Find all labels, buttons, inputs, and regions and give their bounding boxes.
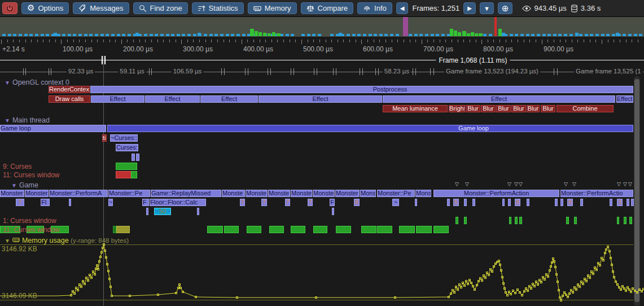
- memory-button[interactable]: Memory: [248, 2, 297, 14]
- frame-separator-label[interactable]: 92.33 µs: [67, 68, 95, 75]
- find-zone-button[interactable]: Find zone: [133, 2, 188, 14]
- zone-bar[interactable]: [580, 199, 583, 206]
- zone-bar[interactable]: [631, 199, 634, 206]
- zone-bar[interactable]: [399, 226, 415, 233]
- zone-bar[interactable]: Monster: [313, 190, 335, 197]
- zone-bar[interactable]: Effect: [91, 95, 144, 103]
- zone-bar[interactable]: [555, 199, 558, 206]
- zone-bar[interactable]: Draw calls: [49, 95, 90, 103]
- zone-bar[interactable]: [627, 199, 629, 206]
- zone-bar[interactable]: Mean luminance: [383, 105, 448, 112]
- zone-bar[interactable]: Blur: [527, 105, 540, 112]
- zone-bar[interactable]: [377, 226, 392, 233]
- zone-bar[interactable]: Monste: [246, 190, 268, 197]
- frame-separator-label[interactable]: Game frame 13,523 (194.23 µs): [444, 68, 540, 75]
- zone-bar[interactable]: [515, 217, 518, 224]
- message-marker-icon[interactable]: ▽: [628, 182, 632, 187]
- collapse-triangle-icon[interactable]: ▼: [5, 80, 10, 86]
- zone-bar[interactable]: 8: [515, 199, 520, 206]
- zone-bar[interactable]: [116, 171, 132, 178]
- zone-bar[interactable]: [617, 217, 619, 224]
- zone-bar[interactable]: Effect: [259, 95, 382, 103]
- zone-bar[interactable]: ti: [102, 134, 107, 142]
- message-marker-icon[interactable]: ▽: [572, 182, 576, 187]
- zone-bar[interactable]: Blur: [541, 105, 555, 112]
- zone-bar[interactable]: Fl: [41, 199, 50, 206]
- message-marker-icon[interactable]: ▽: [507, 182, 511, 187]
- zone-bar[interactable]: Blur: [511, 105, 526, 112]
- zone-bar[interactable]: Blur: [496, 105, 511, 112]
- zone-bar[interactable]: [247, 226, 261, 233]
- zone-bar[interactable]: [416, 226, 432, 233]
- zone-bar[interactable]: [415, 199, 417, 206]
- zone-bar[interactable]: Effect: [145, 95, 200, 103]
- zone-bar[interactable]: F: [330, 199, 335, 206]
- message-marker-icon[interactable]: ▽: [514, 182, 518, 187]
- zone-bar[interactable]: Effect: [200, 95, 258, 103]
- zone-bar[interactable]: Mons: [415, 190, 431, 197]
- statistics-button[interactable]: Statistics: [192, 2, 244, 14]
- zone-bar[interactable]: Mons: [360, 190, 376, 197]
- frame-separator-label[interactable]: 59.11 µs: [118, 68, 146, 75]
- zone-bar[interactable]: 7: [308, 199, 313, 206]
- zone-bar[interactable]: ~: [392, 199, 399, 206]
- zone-bar[interactable]: [447, 199, 450, 206]
- zone-bar[interactable]: [629, 217, 632, 224]
- zone-bar[interactable]: ~Curses::: [110, 134, 138, 142]
- zone-bar[interactable]: Game::ReplayMissed: [151, 190, 221, 197]
- zone-bar[interactable]: [433, 226, 449, 233]
- zone-bar[interactable]: Monste: [268, 190, 290, 197]
- collapse-triangle-icon[interactable]: ▼: [11, 182, 17, 189]
- zone-bar[interactable]: [361, 226, 376, 233]
- zone-bar[interactable]: [519, 217, 522, 224]
- zone-bar[interactable]: [224, 226, 239, 233]
- options-button[interactable]: ⚙Options: [21, 2, 69, 14]
- power-button[interactable]: [2, 2, 17, 14]
- zone-bar[interactable]: Monster::Pe: [25, 190, 49, 197]
- zone-bar[interactable]: 7: [261, 199, 267, 206]
- frame-time-graph[interactable]: [0, 17, 644, 37]
- zone-bar[interactable]: [508, 199, 511, 206]
- zone-bar[interactable]: [136, 154, 139, 161]
- section-header-game[interactable]: ▼Game: [11, 181, 38, 189]
- zone-bar[interactable]: [336, 226, 351, 233]
- message-marker-icon[interactable]: ▽: [564, 182, 568, 187]
- zone-bar[interactable]: [332, 208, 334, 215]
- zone-bar[interactable]: [455, 217, 458, 224]
- zone-bar[interactable]: 8: [567, 199, 573, 206]
- zone-bar[interactable]: [197, 208, 199, 215]
- zone-bar[interactable]: [132, 154, 135, 161]
- zone-bar[interactable]: [574, 217, 577, 224]
- frame-range-handle[interactable]: [102, 56, 103, 64]
- zone-bar[interactable]: Monster::PerformAction: [433, 190, 559, 197]
- zone-bar[interactable]: Curses:: [116, 144, 138, 151]
- section-header-opengl[interactable]: ▼OpenGL context 0: [5, 78, 69, 86]
- zone-bar[interactable]: Blur: [481, 105, 496, 112]
- zone-bar[interactable]: [566, 217, 569, 224]
- zone-bar[interactable]: ~: [108, 199, 113, 206]
- zone-bar[interactable]: 7: [285, 199, 290, 206]
- zone-bar[interactable]: 8: [354, 199, 360, 206]
- zone-bar[interactable]: 7: [16, 199, 24, 206]
- message-marker-icon[interactable]: ▽: [455, 182, 459, 187]
- frame-range-handle[interactable]: [104, 56, 106, 64]
- zone-bar[interactable]: Monster::PerformA: [49, 190, 108, 197]
- zone-bar[interactable]: [116, 226, 130, 233]
- zone-bar[interactable]: [131, 171, 137, 178]
- zone-bar[interactable]: Monster: [335, 190, 360, 197]
- zone-bar[interactable]: [509, 217, 511, 224]
- zone-bar[interactable]: 5: [453, 199, 459, 206]
- zone-bar[interactable]: Monster::Pe: [108, 190, 150, 197]
- zone-bar[interactable]: [472, 199, 475, 206]
- zone-bar[interactable]: Game loop: [107, 125, 633, 132]
- zone-bar[interactable]: [116, 163, 137, 170]
- current-frame-label[interactable]: Frame 1,068 (1.11 ms): [436, 56, 510, 64]
- zone-bar[interactable]: Monste: [222, 190, 245, 197]
- zone-bar[interactable]: Monste: [291, 190, 312, 197]
- zone-bar[interactable]: F: [142, 199, 149, 206]
- next-frame-button[interactable]: ▶: [463, 2, 476, 14]
- goto-frame-button[interactable]: ▼: [480, 2, 494, 14]
- message-marker-icon[interactable]: ▽: [465, 182, 469, 187]
- zone-bar[interactable]: Monster::Pe: [377, 190, 415, 197]
- memory-usage-chart[interactable]: [0, 240, 644, 306]
